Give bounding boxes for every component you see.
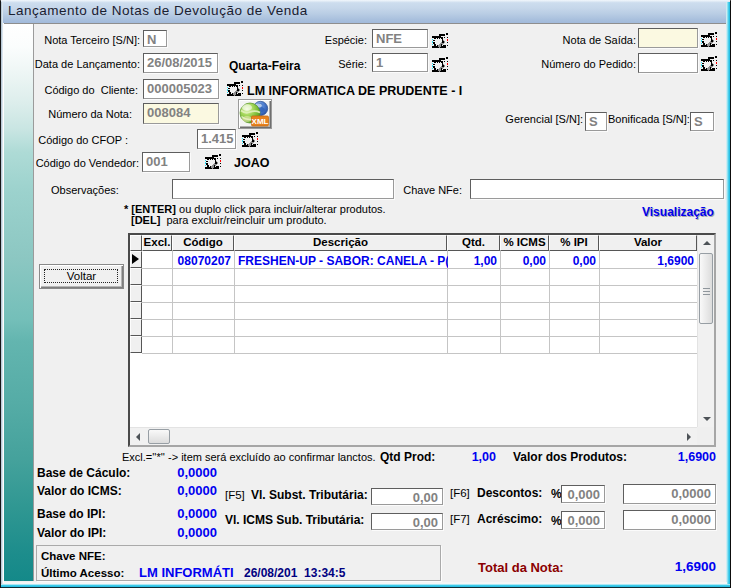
svg-text:XML: XML xyxy=(252,117,269,126)
